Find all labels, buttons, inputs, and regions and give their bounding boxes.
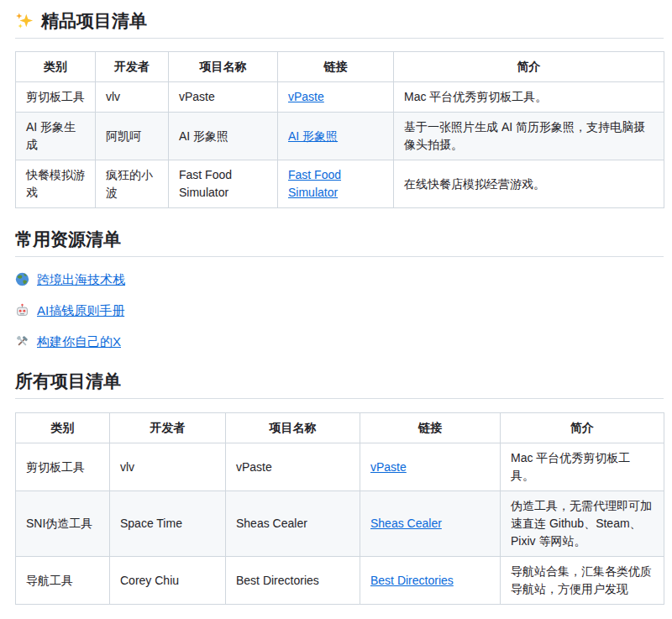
sparkles-icon: [15, 12, 34, 30]
col-header-category: 类别: [16, 52, 96, 82]
resource-link[interactable]: 构建你自己的X: [37, 333, 121, 350]
col-header-link: 链接: [360, 413, 501, 443]
cell-project-name: AI 形象照: [169, 113, 278, 160]
cell-developer: 阿凯呵: [96, 113, 169, 160]
col-header-link: 链接: [278, 52, 394, 82]
section-heading-resources: 常用资源清单: [15, 228, 664, 257]
cell-developer: Space Time: [110, 491, 226, 557]
robot-icon: [15, 303, 29, 317]
cell-link: vPaste: [278, 82, 394, 113]
cell-link: AI 形象照: [278, 113, 394, 160]
project-link[interactable]: vPaste: [288, 90, 324, 103]
all-projects-table: 类别 开发者 项目名称 链接 简介 剪切板工具 vlv vPaste vPast…: [15, 412, 664, 605]
table-header-row: 类别 开发者 项目名称 链接 简介: [16, 413, 664, 443]
table-row: SNI伪造工具 Space Time Sheas Cealer Sheas Ce…: [16, 491, 664, 557]
cell-category: 剪切板工具: [16, 82, 96, 113]
cell-developer: 疯狂的小波: [96, 160, 169, 208]
resource-list-item: 构建你自己的X: [15, 333, 664, 350]
resource-link[interactable]: AI搞钱原则手册: [37, 302, 124, 319]
col-header-desc: 简介: [501, 413, 664, 443]
heading-text: 精品项目清单: [41, 10, 147, 32]
project-link[interactable]: Fast Food Simulator: [288, 168, 341, 199]
col-header-desc: 简介: [394, 52, 664, 82]
project-link[interactable]: Sheas Cealer: [370, 517, 442, 530]
cell-project-name: Sheas Cealer: [226, 491, 360, 557]
cell-desc: Mac 平台优秀剪切板工具。: [394, 82, 664, 113]
project-link[interactable]: vPaste: [370, 460, 407, 474]
heading-text: 常用资源清单: [15, 228, 121, 250]
cell-desc: Mac 平台优秀剪切板工具。: [501, 443, 664, 491]
cell-desc: 导航站合集，汇集各类优质导航站，方便用户发现: [501, 557, 664, 605]
project-link[interactable]: Best Directories: [370, 574, 454, 587]
cell-desc: 基于一张照片生成 AI 简历形象照，支持电脑摄像头拍摄。: [394, 113, 664, 160]
cell-category: SNI伪造工具: [16, 491, 110, 557]
project-link[interactable]: AI 形象照: [288, 129, 338, 143]
resource-list-item: 跨境出海技术栈: [15, 270, 664, 288]
table-header-row: 类别 开发者 项目名称 链接 简介: [16, 52, 664, 82]
cell-category: 快餐模拟游戏: [16, 160, 96, 208]
col-header-developer: 开发者: [110, 413, 226, 443]
cell-link: Sheas Cealer: [360, 491, 501, 557]
table-row: 剪切板工具 vlv vPaste vPaste Mac 平台优秀剪切板工具。: [16, 443, 664, 491]
premium-projects-table: 类别 开发者 项目名称 链接 简介 剪切板工具 vlv vPaste vPast…: [15, 51, 664, 208]
cell-category: 导航工具: [16, 557, 110, 605]
cell-project-name: vPaste: [169, 82, 278, 113]
cell-link: Fast Food Simulator: [278, 160, 394, 208]
cell-developer: vlv: [96, 82, 169, 113]
resource-list-item: AI搞钱原则手册: [15, 302, 664, 319]
cell-project-name: vPaste: [226, 443, 360, 491]
tools-icon: [15, 334, 29, 349]
cell-link: Best Directories: [360, 557, 501, 605]
table-row: 导航工具 Corey Chiu Best Directories Best Di…: [16, 557, 664, 605]
table-row: AI 形象生成 阿凯呵 AI 形象照 AI 形象照 基于一张照片生成 AI 简历…: [16, 113, 664, 160]
cell-developer: vlv: [110, 443, 226, 491]
col-header-developer: 开发者: [96, 52, 169, 82]
col-header-name: 项目名称: [169, 52, 278, 82]
globe-icon: [15, 272, 29, 286]
table-row: 快餐模拟游戏 疯狂的小波 Fast Food Simulator Fast Fo…: [16, 160, 664, 208]
section-heading-premium: 精品项目清单: [15, 10, 664, 39]
cell-developer: Corey Chiu: [110, 557, 226, 605]
cell-desc: 伪造工具，无需代理即可加速直连 Github、Steam、Pixiv 等网站。: [501, 491, 664, 557]
cell-link: vPaste: [360, 443, 501, 491]
heading-text: 所有项目清单: [15, 370, 121, 392]
cell-project-name: Fast Food Simulator: [169, 160, 278, 208]
cell-category: AI 形象生成: [16, 113, 96, 160]
table-row: 剪切板工具 vlv vPaste vPaste Mac 平台优秀剪切板工具。: [16, 82, 664, 113]
cell-category: 剪切板工具: [16, 443, 110, 491]
cell-desc: 在线快餐店模拟经营游戏。: [394, 160, 664, 208]
col-header-name: 项目名称: [226, 413, 360, 443]
resource-link[interactable]: 跨境出海技术栈: [37, 270, 125, 288]
section-heading-all: 所有项目清单: [15, 370, 664, 399]
col-header-category: 类别: [16, 413, 110, 443]
readme-document: 精品项目清单 类别 开发者 项目名称 链接 简介 剪切板工具 vlv vPast…: [0, 0, 672, 605]
cell-project-name: Best Directories: [226, 557, 360, 605]
